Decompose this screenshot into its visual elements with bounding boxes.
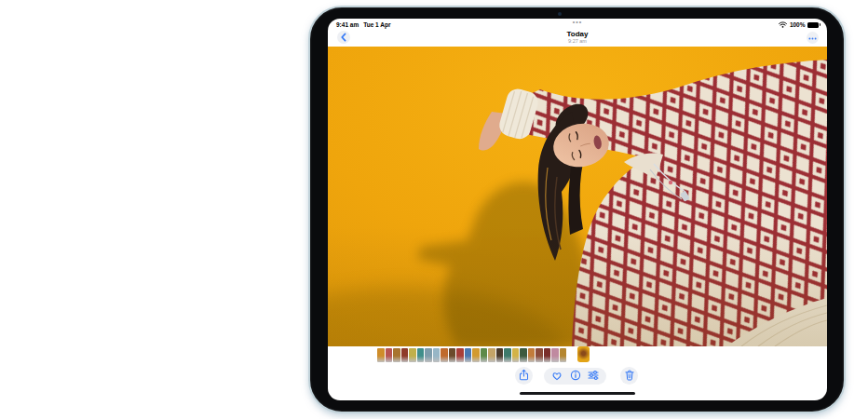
thumbnail[interactable] xyxy=(425,348,432,362)
multitask-indicator[interactable]: ••• xyxy=(328,20,827,25)
thumbnail[interactable] xyxy=(393,348,400,362)
heart-icon xyxy=(551,368,563,385)
home-indicator[interactable] xyxy=(520,392,635,395)
thumbnail[interactable] xyxy=(449,348,456,362)
thumbnail-strip xyxy=(377,348,566,362)
thumbnail[interactable] xyxy=(536,348,543,362)
selected-thumbnail[interactable] xyxy=(577,346,590,362)
thumbnail[interactable] xyxy=(386,348,393,362)
thumbnail[interactable] xyxy=(401,348,409,362)
nav-bar: Today 9:27 am xyxy=(328,29,827,47)
info-button[interactable] xyxy=(570,368,581,385)
ipad-screen: 9:41 am Tue 1 Apr ••• 100% xyxy=(328,19,827,400)
thumbnail[interactable] xyxy=(377,348,385,362)
ellipsis-icon xyxy=(808,30,817,47)
page-background: 9:41 am Tue 1 Apr ••• 100% xyxy=(0,0,868,419)
front-camera-icon xyxy=(558,12,562,16)
thumbnail[interactable] xyxy=(488,348,495,362)
page-title: Today xyxy=(328,30,827,38)
thumbnail[interactable] xyxy=(481,348,488,362)
battery-icon xyxy=(807,22,819,28)
trash-icon xyxy=(625,368,634,385)
thumbnail[interactable] xyxy=(441,348,448,362)
thumbnail[interactable] xyxy=(551,348,559,362)
favorite-button[interactable] xyxy=(551,368,563,385)
info-icon xyxy=(570,368,581,385)
share-button[interactable] xyxy=(515,367,533,385)
nav-title-block: Today 9:27 am xyxy=(328,30,827,45)
photo-timestamp: 9:27 am xyxy=(328,38,827,45)
battery-percent: 100% xyxy=(790,21,806,28)
adjust-sliders-icon xyxy=(588,368,599,385)
thumbnail[interactable] xyxy=(560,348,567,362)
thumbnail[interactable] xyxy=(496,348,504,362)
thumbnail[interactable] xyxy=(512,348,520,362)
photo-actions-pill xyxy=(544,368,606,385)
edit-button[interactable] xyxy=(588,368,599,385)
more-options-button[interactable] xyxy=(807,32,819,44)
thumbnail[interactable] xyxy=(465,348,472,362)
wifi-icon xyxy=(779,21,787,29)
status-indicators: 100% xyxy=(779,21,819,29)
thumbnail[interactable] xyxy=(472,348,480,362)
thumbnail[interactable] xyxy=(544,348,551,362)
thumbnail[interactable] xyxy=(417,348,425,362)
share-icon xyxy=(519,368,529,385)
photo-image[interactable] xyxy=(328,47,827,346)
thumbnail[interactable] xyxy=(528,348,536,362)
thumbnail[interactable] xyxy=(504,348,511,362)
thumbnail[interactable] xyxy=(456,348,464,362)
thumbnail[interactable] xyxy=(409,348,416,362)
thumbnail[interactable] xyxy=(520,348,527,362)
delete-button[interactable] xyxy=(620,367,638,385)
thumbnail[interactable] xyxy=(433,348,441,362)
